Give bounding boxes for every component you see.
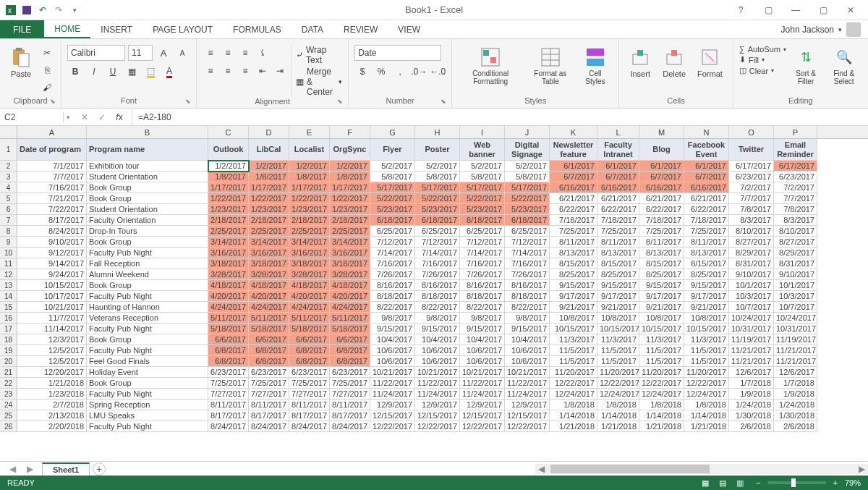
ribbon-options-icon[interactable]: ▢ <box>757 3 780 17</box>
help-icon[interactable]: ? <box>729 3 752 17</box>
eraser-icon: ◫ <box>739 66 746 75</box>
close-icon[interactable]: ✕ <box>839 3 862 17</box>
svg-rect-15 <box>633 54 647 64</box>
tab-file[interactable]: FILE <box>0 20 44 38</box>
cell-styles-button[interactable]: Cell Styles <box>578 45 613 87</box>
copy-icon[interactable]: ⎘ <box>39 62 55 78</box>
minimize-icon[interactable]: — <box>784 3 807 17</box>
number-launcher[interactable]: ⬊ <box>441 98 449 106</box>
tab-home[interactable]: HOME <box>44 20 90 38</box>
group-editing: ∑AutoSum▾ ⬇Fill▾ ◫Clear▾ ⇅Sort & Filter … <box>733 39 868 108</box>
tab-insert[interactable]: INSERT <box>90 20 142 38</box>
undo-icon[interactable]: ↶ <box>36 4 49 17</box>
format-cells-icon <box>699 46 720 68</box>
insert-cells-button[interactable]: Insert <box>625 45 655 80</box>
decrease-font-icon[interactable]: A <box>174 45 190 61</box>
enter-formula-icon[interactable]: ✓ <box>94 109 110 125</box>
fill-button[interactable]: ⬇Fill▾ <box>739 55 786 64</box>
tab-review[interactable]: REVIEW <box>333 20 388 38</box>
sort-filter-button[interactable]: ⇅Sort & Filter <box>789 45 822 87</box>
bold-button[interactable]: B <box>67 64 83 80</box>
redo-icon[interactable]: ↷ <box>52 4 65 17</box>
font-size-combo[interactable]: 11 <box>128 45 153 61</box>
format-painter-icon[interactable]: 🖌 <box>39 80 55 96</box>
paste-label: Paste <box>11 69 31 78</box>
comma-format-icon[interactable]: , <box>392 64 408 80</box>
format-cells-button[interactable]: Format <box>693 45 727 80</box>
format-table-icon <box>540 46 561 68</box>
alignment-launcher[interactable]: ⬊ <box>337 98 346 106</box>
svg-rect-18 <box>671 50 677 56</box>
font-name-combo[interactable]: Calibri <box>67 45 125 61</box>
delete-cells-button[interactable]: Delete <box>658 45 690 80</box>
formula-bar: C2 ▾ ✕ ✓ fx =A2-180 <box>0 109 868 126</box>
decrease-indent-icon[interactable]: ⇤ <box>255 63 271 79</box>
group-cells: Insert Delete Format Cells <box>619 39 733 108</box>
orientation-icon[interactable]: ⤹ <box>255 45 271 61</box>
maximize-icon[interactable]: ▢ <box>812 3 835 17</box>
insert-cells-icon <box>629 46 651 68</box>
formula-input[interactable]: =A2-180 <box>132 112 868 122</box>
svg-rect-13 <box>587 48 604 56</box>
conditional-formatting-button[interactable]: Conditional Formatting <box>458 45 523 87</box>
increase-decimal-icon[interactable]: .0→ <box>411 64 427 80</box>
decrease-decimal-icon[interactable]: ←.0 <box>430 64 446 80</box>
group-styles: Conditional Formatting Format as Table C… <box>452 39 619 108</box>
group-font: Calibri 11 A A B I U ▦ ⬚ A Font ⬊ <box>61 39 197 108</box>
font-color-icon[interactable]: A <box>161 64 177 80</box>
svg-rect-8 <box>490 57 496 63</box>
group-label-editing: Editing <box>739 96 862 106</box>
align-bottom-icon[interactable]: ≡ <box>237 45 253 61</box>
align-right-icon[interactable]: ≡ <box>237 63 253 79</box>
name-box-dropdown[interactable]: ▾ <box>64 114 72 121</box>
wrap-text-icon: ⤶ <box>296 50 303 60</box>
number-format-combo[interactable]: Date <box>354 45 441 61</box>
increase-font-icon[interactable]: A <box>156 45 171 61</box>
fill-color-icon[interactable]: ⬚ <box>142 64 158 80</box>
tab-data[interactable]: DATA <box>292 20 333 38</box>
quick-access-toolbar: x ↶ ↷ ▾ <box>0 4 81 17</box>
increase-indent-icon[interactable]: ⇥ <box>272 63 288 79</box>
save-icon[interactable] <box>20 4 33 17</box>
tab-view[interactable]: VIEW <box>388 20 430 38</box>
paste-button[interactable]: Paste <box>6 45 36 80</box>
delete-cells-icon <box>663 46 685 68</box>
align-top-icon[interactable]: ≡ <box>203 45 218 61</box>
borders-icon[interactable]: ▦ <box>124 64 140 80</box>
align-middle-icon[interactable]: ≡ <box>220 45 236 61</box>
italic-button[interactable]: I <box>86 64 102 80</box>
align-center-icon[interactable]: ≡ <box>220 63 236 79</box>
accounting-format-icon[interactable]: $ <box>354 64 370 80</box>
excel-icon[interactable]: x <box>4 4 17 17</box>
wrap-text-button[interactable]: ⤶Wrap Text <box>296 45 342 65</box>
cut-icon[interactable]: ✂ <box>39 45 55 61</box>
autosum-button[interactable]: ∑AutoSum▾ <box>739 45 786 54</box>
qat-customize-icon[interactable]: ▾ <box>68 4 81 17</box>
tab-page-layout[interactable]: PAGE LAYOUT <box>142 20 223 38</box>
group-label-font: Font <box>67 96 190 106</box>
fx-icon[interactable]: fx <box>111 109 127 125</box>
group-label-number: Number <box>354 96 446 106</box>
conditional-formatting-icon <box>480 46 501 68</box>
clear-button[interactable]: ◫Clear▾ <box>739 66 786 75</box>
cancel-formula-icon[interactable]: ✕ <box>77 109 93 125</box>
format-as-table-button[interactable]: Format as Table <box>526 45 574 87</box>
find-select-button[interactable]: 🔍Find & Select <box>825 45 862 87</box>
user-area[interactable]: John Jackson ▾ <box>781 20 868 38</box>
merge-center-button[interactable]: ▦Merge & Center▾ <box>296 67 342 97</box>
underline-button[interactable]: U <box>105 64 121 80</box>
group-clipboard: Paste ✂ ⎘ 🖌 Clipboard ⬊ <box>0 39 61 108</box>
group-label-styles: Styles <box>458 96 613 106</box>
sigma-icon: ∑ <box>739 45 745 54</box>
align-left-icon[interactable]: ≡ <box>203 63 218 79</box>
name-box[interactable]: C2 <box>0 112 64 122</box>
svg-rect-16 <box>637 50 643 56</box>
clipboard-launcher[interactable]: ⬊ <box>50 98 59 106</box>
group-alignment: ≡ ≡ ≡ ⤹ ≡ ≡ ≡ ⇤ ⇥ ⤶Wrap Text ▦Merge & Ce… <box>197 39 349 108</box>
tab-formulas[interactable]: FORMULAS <box>223 20 292 38</box>
font-launcher[interactable]: ⬊ <box>185 98 194 106</box>
cell-styles-icon <box>584 46 606 68</box>
chevron-down-icon: ▾ <box>838 26 842 33</box>
percent-format-icon[interactable]: % <box>373 64 389 80</box>
find-icon: 🔍 <box>833 46 855 68</box>
